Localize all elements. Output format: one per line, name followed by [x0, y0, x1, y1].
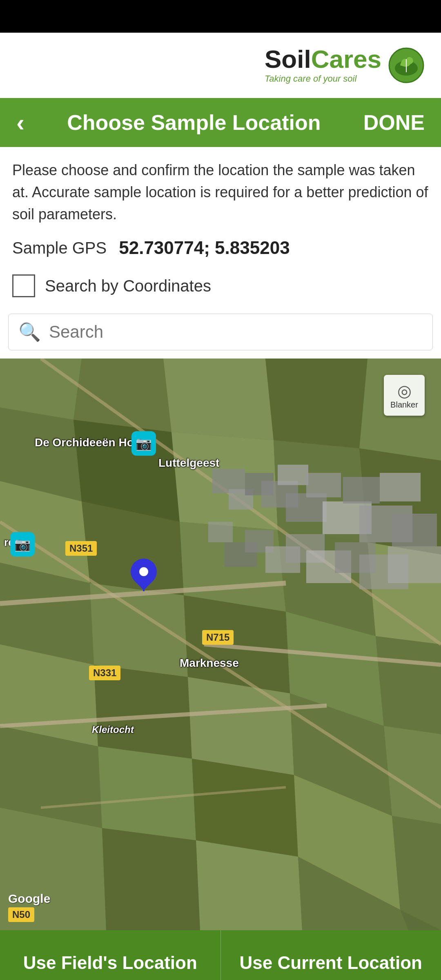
google-logo: Google: [8, 892, 50, 906]
status-bar: [0, 0, 441, 33]
svg-rect-46: [278, 465, 308, 485]
description-text: Please choose and confirm the location t…: [12, 159, 429, 225]
road-badge-n715: N715: [202, 630, 234, 645]
gps-target-icon: ◎: [397, 381, 412, 400]
camera-marker-1[interactable]: 📷: [131, 431, 156, 456]
gps-row: Sample GPS 52.730774; 5.835203: [0, 229, 441, 266]
checkbox-label: Search by Coordinates: [45, 277, 211, 295]
camera-marker-2[interactable]: 📷: [10, 532, 35, 557]
svg-rect-47: [286, 493, 327, 522]
description-area: Please choose and confirm the location t…: [0, 147, 441, 229]
camera-icon-2: 📷: [14, 537, 31, 552]
svg-marker-30: [192, 759, 298, 857]
road-badge-n331: N331: [89, 666, 120, 680]
header-logo-area: SoilCares Taking care of your soil: [0, 33, 441, 98]
pin-dot: [139, 567, 148, 576]
map-label-luttelgeest: Luttelgeest: [158, 457, 219, 470]
use-field-location-button[interactable]: Use Field's Location: [0, 930, 221, 980]
svg-marker-20: [184, 595, 290, 693]
svg-rect-54: [208, 522, 233, 542]
svg-rect-48: [306, 473, 341, 497]
search-input[interactable]: [49, 322, 423, 342]
gps-label: Sample GPS: [12, 239, 107, 257]
search-input-wrapper: 🔍: [8, 314, 433, 350]
road-badge-n50: N50: [8, 907, 34, 922]
gps-location-button[interactable]: ◎ Blanker: [384, 375, 425, 416]
done-button[interactable]: DONE: [363, 110, 425, 135]
camera-icon-1: 📷: [136, 436, 152, 451]
map-container[interactable]: De Orchideeën Hoeve Luttelgeest Markness…: [0, 359, 441, 930]
bottom-actions: Use Field's Location Use Current Locatio…: [0, 930, 441, 980]
gps-value: 52.730774; 5.835203: [119, 238, 290, 258]
map-label-kleitocht: Kleitocht: [92, 724, 134, 735]
gps-button-label: Blanker: [390, 400, 418, 410]
svg-rect-52: [380, 473, 421, 501]
svg-rect-50: [343, 477, 380, 503]
app-name: SoilCares: [265, 47, 381, 72]
logo-text-block: SoilCares Taking care of your soil: [265, 47, 381, 84]
road-badge-n351: N351: [65, 541, 97, 556]
svg-marker-25: [188, 677, 294, 775]
svg-marker-29: [98, 746, 196, 840]
logo-container: SoilCares Taking care of your soil: [265, 47, 425, 84]
search-icon: 🔍: [18, 321, 41, 343]
location-pin[interactable]: [131, 559, 157, 591]
logo-icon: [388, 47, 425, 84]
svg-marker-34: [102, 828, 200, 930]
svg-marker-4: [74, 359, 172, 432]
use-current-location-button[interactable]: Use Current Location: [221, 930, 441, 980]
svg-rect-62: [388, 546, 441, 583]
back-button[interactable]: ‹: [16, 109, 24, 137]
search-bar-container: 🔍: [0, 310, 441, 359]
svg-marker-5: [163, 359, 274, 440]
pin-head: [125, 553, 163, 590]
map-label-marknesse: Marknesse: [180, 657, 239, 670]
svg-rect-53: [392, 514, 437, 546]
app-tagline: Taking care of your soil: [265, 74, 381, 84]
svg-marker-6: [265, 359, 368, 448]
google-text: Google: [8, 892, 50, 905]
svg-marker-22: [376, 636, 441, 734]
search-by-coordinates-checkbox[interactable]: [12, 274, 35, 297]
nav-bar: ‹ Choose Sample Location DONE: [0, 98, 441, 147]
page-title: Choose Sample Location: [67, 110, 321, 135]
checkbox-row: Search by Coordinates: [0, 266, 441, 310]
